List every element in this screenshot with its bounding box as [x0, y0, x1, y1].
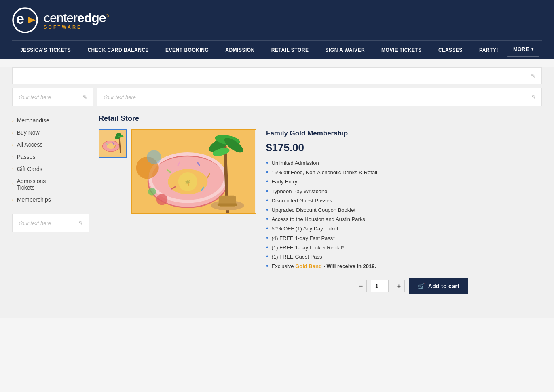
svg-marker-2 — [28, 17, 36, 23]
bullet-houston-austin: • Access to the Houston and Austin Parks — [266, 216, 468, 223]
centeredge-logo-icon: e — [12, 7, 38, 33]
sidebar-item-admissions-tickets[interactable]: › AdmissionsTickets — [12, 175, 89, 194]
gold-band-text: Gold Band — [295, 263, 322, 269]
quantity-increase-button[interactable]: + — [393, 280, 405, 292]
svg-point-35 — [156, 194, 167, 205]
sidebar-label-gift-cards: Gift Cards — [17, 166, 42, 172]
bullet-gold-band: • Exclusive Gold Band - Will receive in … — [266, 263, 468, 270]
sidebar: › Merchandise › Buy Now › All Access › P… — [12, 114, 89, 294]
svg-point-36 — [148, 188, 156, 196]
top-bar-edit-icon[interactable]: ✎ — [531, 73, 536, 79]
sidebar-chevron-buy-now: › — [12, 130, 14, 135]
logo-text: centeredge® SOFTWARE — [44, 11, 108, 30]
quantity-input[interactable] — [371, 280, 389, 292]
svg-text:e: e — [16, 11, 24, 27]
cart-icon: 🛒 — [418, 283, 425, 289]
bullet-dot-icon: • — [266, 263, 269, 269]
image-gallery: 🌴 — [99, 129, 256, 294]
nav-more-button[interactable]: MORE ▾ — [507, 42, 539, 57]
bullet-fast-pass: • (4) FREE 1-day Fast Pass* — [266, 235, 468, 242]
nav-jessicas-tickets[interactable]: JESSICA'S TICKETS — [12, 41, 79, 59]
sidebar-label-passes: Passes — [17, 154, 36, 160]
sidebar-item-merchandise[interactable]: › Merchandise — [12, 114, 89, 126]
site-header: e centeredge® SOFTWARE JESSICA'S TICKETS… — [0, 0, 554, 59]
product-layout: 🌴 — [99, 129, 542, 294]
bullet-unlimited-admission: • Unlimited Admission — [266, 160, 468, 167]
nav-retail-store[interactable]: RETAIL STORE — [263, 41, 317, 59]
logo-area: e centeredge® SOFTWARE — [12, 7, 542, 33]
svg-text:🌴: 🌴 — [184, 179, 192, 186]
nav-movie-tickets[interactable]: MOVIE TICKETS — [373, 41, 430, 59]
bullet-locker-rental: • (1) FREE 1-day Locker Rental* — [266, 244, 468, 251]
nav-classes[interactable]: CLASSES — [430, 41, 471, 59]
product-details: Family Gold Membership $175.00 • Unlimit… — [266, 129, 468, 294]
sidebar-chevron-merchandise: › — [12, 118, 14, 123]
section-title: Retail Store — [99, 114, 542, 123]
bullet-dot-icon: • — [266, 225, 269, 232]
bullet-food-discount: • 15% off Food, Non-Alchoholic Drinks & … — [266, 169, 468, 176]
sidebar-item-all-access[interactable]: › All Access — [12, 139, 89, 151]
quantity-decrease-button[interactable]: − — [355, 280, 367, 292]
bullet-dot-icon: • — [266, 178, 269, 185]
bullet-dot-icon: • — [266, 253, 269, 260]
add-to-cart-label: Add to cart — [428, 283, 459, 289]
nav-party[interactable]: PARTY! — [471, 41, 506, 59]
bullet-dot-icon: • — [266, 197, 269, 204]
left-text-bar-placeholder: Your text here — [18, 94, 51, 100]
logo-sub-text: SOFTWARE — [44, 25, 108, 30]
product-area: Retail Store — [99, 114, 542, 294]
logo-main-text: centeredge® — [44, 11, 108, 24]
nav-check-card-balance[interactable]: CHECK CARD BALANCE — [79, 41, 157, 59]
sidebar-chevron-admissions: › — [12, 182, 14, 187]
nav-event-booking[interactable]: EVENT BOOKING — [157, 41, 217, 59]
sidebar-item-gift-cards[interactable]: › Gift Cards — [12, 163, 89, 175]
right-bar-edit-icon[interactable]: ✎ — [531, 94, 536, 100]
right-text-bar: Your text here ✎ — [97, 88, 542, 106]
sidebar-chevron-all-access: › — [12, 142, 14, 147]
nav-sign-a-waiver[interactable]: SIGN A WAIVER — [317, 41, 373, 59]
bullet-dot-icon: • — [266, 160, 269, 166]
thumbnail-image — [99, 129, 126, 158]
nav-admission[interactable]: ADMISSION — [217, 41, 263, 59]
bullet-free-guest-pass: • (1) FREE Guest Pass — [266, 253, 468, 261]
product-scene-svg: 🌴 — [132, 130, 256, 213]
left-bar-edit-icon[interactable]: ✎ — [82, 94, 87, 100]
add-to-cart-button[interactable]: 🛒 Add to cart — [409, 278, 468, 294]
product-name: Family Gold Membership — [266, 129, 468, 137]
left-text-bar: Your text here ✎ — [12, 88, 93, 106]
sidebar-label-all-access: All Access — [17, 141, 43, 148]
bullet-dot-icon: • — [266, 216, 269, 222]
bullet-early-entry: • Early Entry — [266, 178, 468, 185]
product-bullets-list: • Unlimited Admission • 15% off Food, No… — [266, 160, 468, 270]
product-main-image[interactable]: 🌴 — [131, 129, 256, 214]
chevron-down-icon: ▾ — [531, 47, 533, 51]
will-receive-text: - Will receive in 2019. — [322, 263, 376, 269]
sidebar-label-buy-now: Buy Now — [17, 129, 40, 136]
sidebar-item-buy-now[interactable]: › Buy Now — [12, 126, 89, 139]
logo-center: center — [44, 11, 77, 25]
cart-row: − + 🛒 Add to cart — [266, 278, 468, 294]
bullet-dot-icon: • — [266, 244, 269, 251]
logo-edge: edge — [77, 11, 106, 25]
svg-rect-32 — [218, 203, 237, 206]
sidebar-menu: › Merchandise › Buy Now › All Access › P… — [12, 114, 89, 206]
bullet-discounted-passes: • Discounted Guest Passes — [266, 197, 468, 204]
text-bars-row: Your text here ✎ Your text here ✎ — [12, 88, 542, 106]
sidebar-bar-edit-icon[interactable]: ✎ — [78, 220, 83, 226]
main-nav: JESSICA'S TICKETS CHECK CARD BALANCE EVE… — [12, 40, 542, 59]
sidebar-label-merchandise: Merchandise — [17, 117, 49, 124]
thumbnail-column — [99, 129, 127, 294]
sidebar-item-memberships[interactable]: › Memberships — [12, 194, 89, 206]
sidebar-label-memberships: Memberships — [17, 196, 51, 203]
sidebar-item-passes[interactable]: › Passes — [12, 151, 89, 163]
main-content-area: › Merchandise › Buy Now › All Access › P… — [12, 114, 542, 294]
sidebar-chevron-memberships: › — [12, 197, 14, 202]
sidebar-bottom-text-bar: Your text here ✎ — [12, 214, 89, 232]
bullet-dot-icon: • — [266, 188, 269, 194]
bullet-dot-icon: • — [266, 207, 269, 213]
product-thumbnail[interactable] — [99, 129, 127, 158]
nav-more-label: MORE — [513, 46, 529, 52]
product-price: $175.00 — [266, 141, 468, 154]
sidebar-text-placeholder: Your text here — [18, 220, 51, 226]
top-text-bar: ✎ — [12, 67, 542, 84]
